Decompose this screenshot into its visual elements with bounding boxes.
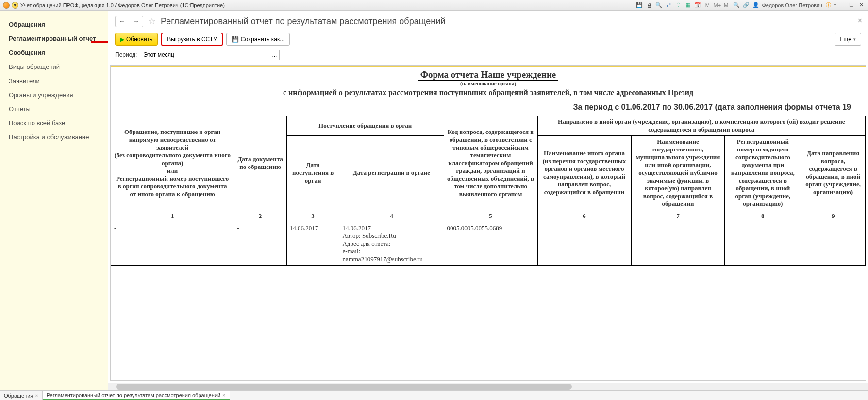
m-icon[interactable]: M: [703, 1, 711, 9]
sidebar-item-appeals[interactable]: Обращения: [0, 17, 108, 32]
tab-appeals[interactable]: Обращения ×: [0, 391, 43, 400]
nav-back-button[interactable]: ←: [116, 16, 129, 27]
cell-c2: -: [234, 222, 287, 266]
period-label: Период:: [115, 51, 137, 58]
cell-c4: 14.06.2017 Автор: Subscribe.Ru Адрес для…: [339, 222, 444, 266]
report-scroll-area[interactable]: Форма отчета Наше учреждение (наименован…: [110, 66, 866, 381]
th-num-5: 5: [444, 210, 537, 222]
horizontal-scrollbar[interactable]: [108, 383, 868, 390]
report-title: Форма отчета Наше учреждение: [418, 69, 558, 81]
sidebar-item-organs[interactable]: Органы и учреждения: [0, 88, 108, 102]
th-col1: Обращение, поступившее в орган напрямую …: [111, 116, 234, 210]
tab-close-icon[interactable]: ×: [35, 393, 38, 399]
zoom-icon[interactable]: 🔍: [733, 1, 740, 9]
more-button[interactable]: Еще ▾: [835, 33, 861, 46]
th-group-arrival: Поступление обращения в орган: [286, 116, 444, 136]
sidebar-item-applicants[interactable]: Заявители: [0, 74, 108, 88]
preview-icon[interactable]: 🔍: [655, 1, 663, 9]
th-num-1: 1: [111, 210, 234, 222]
report-subtitle: (наименование органа): [114, 81, 863, 86]
tab-regreport[interactable]: Регламентированный отчет по результатам …: [43, 391, 230, 400]
sidebar-item-regreport[interactable]: Регламентированный отчет: [0, 32, 108, 46]
window-titlebar: ▾ Учет обращений ПРОФ, редакция 1.0 / Фе…: [0, 0, 868, 11]
user-name: Федоров Олег Петрович: [762, 2, 822, 8]
sidebar-item-settings[interactable]: Настройка и обслуживание: [0, 130, 108, 144]
export-sstu-button[interactable]: Выгрузить в ССТУ: [162, 33, 222, 46]
calendar-icon[interactable]: 📅: [694, 1, 701, 9]
window-title: Учет обращений ПРОФ, редакция 1.0 / Федо…: [20, 2, 225, 8]
disk-icon: 💾: [232, 36, 239, 43]
print-icon[interactable]: 🖨: [645, 1, 653, 9]
period-input[interactable]: [140, 50, 266, 60]
th-num-9: 9: [801, 210, 866, 222]
bottom-tabs: Обращения × Регламентированный отчет по …: [0, 390, 868, 400]
th-group-forwarded: Направлено в иной орган (учреждение, орг…: [537, 116, 865, 136]
nav-forward-button[interactable]: →: [129, 16, 143, 27]
sidebar-item-reports[interactable]: Отчеты: [0, 102, 108, 116]
close-window-icon[interactable]: ✕: [857, 1, 865, 9]
page-title: Регламентированный отчет по результатам …: [161, 17, 445, 27]
sidebar-item-messages[interactable]: Сообщения: [0, 46, 108, 60]
grid-icon[interactable]: ▦: [684, 1, 692, 9]
report-table: Обращение, поступившее в орган напрямую …: [111, 116, 866, 266]
play-icon: ▶: [120, 36, 124, 43]
th-col7: Наименование государственного, муниципал…: [631, 136, 725, 210]
report-period-line: За период с 01.06.2017 по 30.06.2017 (да…: [111, 102, 866, 116]
m-minus-icon[interactable]: M-: [723, 1, 731, 9]
close-tab-icon[interactable]: ×: [858, 17, 862, 25]
refresh-button[interactable]: ▶Обновить: [115, 33, 158, 46]
th-col9: Дата направления вопроса, содержащегося …: [801, 136, 866, 210]
favorite-star-icon[interactable]: ☆: [148, 16, 156, 27]
th-num-2: 2: [234, 210, 287, 222]
th-col5: Код вопроса, содержащегося в обращении, …: [444, 116, 537, 210]
cell-c5: 0005.0005.0055.0689: [444, 222, 537, 266]
minimize-icon[interactable]: —: [838, 1, 846, 9]
save-icon[interactable]: 💾: [635, 1, 643, 9]
th-col6: Наименование иного органа (из перечня го…: [537, 136, 631, 210]
cell-c8: [725, 222, 801, 266]
th-col8: Регистрационный номер исходящего сопрово…: [725, 136, 801, 210]
cell-c9: [801, 222, 866, 266]
tab-close-icon[interactable]: ×: [222, 392, 225, 398]
cell-c7: [631, 222, 725, 266]
th-col4: Дата регистрации в органе: [339, 136, 444, 210]
sidebar-item-search[interactable]: Поиск по всей базе: [0, 116, 108, 130]
cell-c6: [537, 222, 631, 266]
th-num-3: 3: [286, 210, 339, 222]
chevron-down-icon: ▾: [853, 37, 856, 42]
sidebar: Обращения Регламентированный отчет Сообщ…: [0, 11, 108, 390]
th-num-8: 8: [725, 210, 801, 222]
th-num-6: 6: [537, 210, 631, 222]
th-num-4: 4: [339, 210, 444, 222]
user-icon: 👤: [752, 1, 760, 9]
maximize-icon[interactable]: ☐: [848, 1, 855, 9]
period-select-button[interactable]: ...: [269, 50, 280, 60]
cell-c3: 14.06.2017: [286, 222, 339, 266]
dropdown-icon[interactable]: ▾: [12, 2, 18, 9]
th-col2: Дата документа по обращению: [234, 116, 287, 210]
export-icon[interactable]: ⇪: [674, 1, 682, 9]
app-icon-1c: [3, 2, 10, 9]
m-plus-icon[interactable]: M+: [713, 1, 721, 9]
save-as-button[interactable]: 💾Сохранить как...: [226, 33, 290, 46]
th-col3: Дата поступления в орган: [286, 136, 339, 210]
info-icon[interactable]: ⓘ: [824, 1, 832, 9]
table-row: - - 14.06.2017 14.06.2017 Автор: Subscri…: [111, 222, 866, 266]
cell-c1: -: [111, 222, 234, 266]
sidebar-item-types[interactable]: Виды обращений: [0, 60, 108, 74]
report-description: с информацией о результатах рассмотрения…: [114, 86, 863, 99]
compare-icon[interactable]: ⇄: [665, 1, 672, 9]
link-icon[interactable]: 🔗: [742, 1, 750, 9]
th-num-7: 7: [631, 210, 725, 222]
